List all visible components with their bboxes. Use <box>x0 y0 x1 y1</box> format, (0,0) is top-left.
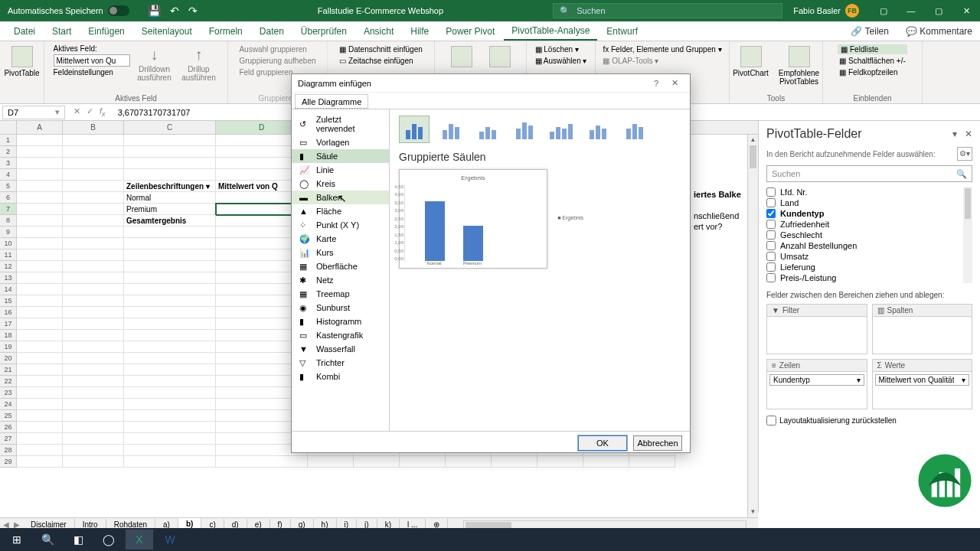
cell[interactable] <box>446 456 492 468</box>
chart-cat-histogramm[interactable]: ▮Histogramm <box>292 315 389 328</box>
row-21[interactable]: 21 <box>0 364 17 376</box>
undo-icon[interactable]: ↶ <box>170 5 179 17</box>
subtype-2[interactable] <box>472 116 503 143</box>
cell[interactable] <box>17 261 63 272</box>
cell[interactable] <box>124 364 216 376</box>
cell[interactable] <box>63 135 124 146</box>
cell[interactable] <box>124 227 216 238</box>
cell[interactable] <box>17 284 63 295</box>
insert-slicer[interactable]: ▦ Datenschnitt einfügen <box>338 44 424 54</box>
cell[interactable] <box>63 295 124 307</box>
tab-überprüfen[interactable]: Überprüfen <box>293 23 354 40</box>
cell[interactable] <box>17 341 63 353</box>
row-17[interactable]: 17 <box>0 318 17 330</box>
ok-button[interactable]: OK <box>578 435 627 451</box>
cell[interactable] <box>63 249 124 261</box>
cell[interactable] <box>124 456 216 468</box>
field-Kundentyp[interactable]: Kundentyp <box>766 208 972 219</box>
row-22[interactable]: 22 <box>0 376 17 387</box>
cell[interactable] <box>63 364 124 376</box>
tab-formeln[interactable]: Formeln <box>201 23 250 40</box>
rows-item[interactable]: Kundentyp▾ <box>769 374 864 386</box>
tab-seitenlayout[interactable]: Seitenlayout <box>134 23 200 40</box>
fx-icon[interactable]: fx <box>100 106 106 118</box>
cell[interactable] <box>63 146 124 158</box>
chart-cat-treemap[interactable]: ▦Treemap <box>292 287 389 301</box>
cell[interactable] <box>17 399 63 410</box>
fieldpane-gear-icon[interactable]: ⚙▾ <box>957 147 972 161</box>
redo-icon[interactable]: ↷ <box>188 5 198 17</box>
chart-cat-netz[interactable]: ✱Netz <box>292 273 389 287</box>
cell[interactable] <box>63 204 124 215</box>
fieldpane-search[interactable]: Suchen🔍 <box>766 165 972 182</box>
chart-cat-kombi[interactable]: ▮Kombi <box>292 370 389 383</box>
clear-button[interactable]: ▦ Löschen ▾ <box>534 44 589 54</box>
filter-area[interactable]: ▼ Filter <box>766 304 867 354</box>
subtype-1[interactable] <box>436 116 466 143</box>
cell[interactable] <box>583 456 629 468</box>
col-C[interactable]: C <box>124 121 216 134</box>
field-Land[interactable]: Land <box>766 197 972 208</box>
word-taskbar-icon[interactable]: W <box>156 530 184 549</box>
row-25[interactable]: 25 <box>0 410 17 422</box>
row-27[interactable]: 27 <box>0 433 17 445</box>
row-20[interactable]: 20 <box>0 353 17 364</box>
row-5[interactable]: 5 <box>0 181 17 192</box>
row-24[interactable]: 24 <box>0 399 17 410</box>
fieldlist-button[interactable]: ▦ Feldliste <box>838 44 907 54</box>
cell[interactable] <box>124 261 216 272</box>
col-B[interactable]: B <box>63 121 124 134</box>
cell[interactable] <box>17 227 63 238</box>
cell[interactable]: Zeilenbeschriftungen ▾ <box>124 181 216 192</box>
chart-cat-balken[interactable]: ▬Balken <box>292 191 389 204</box>
cell[interactable] <box>17 387 63 399</box>
excel-taskbar-icon[interactable]: X <box>126 530 153 549</box>
cell[interactable] <box>124 158 216 169</box>
change-source-button[interactable] <box>483 44 517 69</box>
chart-cat-sule[interactable]: ▮Säule <box>292 149 389 163</box>
share-button[interactable]: 🔗 Teilen <box>843 23 896 40</box>
row-3[interactable]: 3 <box>0 158 17 169</box>
minimize-icon[interactable]: — <box>897 0 925 21</box>
cell[interactable] <box>629 456 675 468</box>
cell[interactable] <box>63 169 124 181</box>
cell[interactable] <box>63 318 124 330</box>
chart-preview[interactable]: Ergebnis 4,504,003,503,002,502,001,501,0… <box>399 169 547 269</box>
tab-hilfe[interactable]: Hilfe <box>403 23 436 40</box>
row-14[interactable]: 14 <box>0 284 17 295</box>
dialog-close-icon[interactable]: ✕ <box>665 78 684 88</box>
cell[interactable] <box>63 387 124 399</box>
row-7[interactable]: 7 <box>0 204 17 215</box>
row-12[interactable]: 12 <box>0 261 17 272</box>
field-Lieferung[interactable]: Lieferung <box>766 262 972 272</box>
tab-all-charts[interactable]: Alle Diagramme <box>295 94 368 109</box>
col-A[interactable]: A <box>17 121 63 134</box>
cell[interactable] <box>63 376 124 387</box>
cell[interactable] <box>17 318 63 330</box>
cell[interactable] <box>63 272 124 284</box>
tab-pivottable-analyse[interactable]: PivotTable-Analyse <box>504 22 597 41</box>
name-box[interactable]: D7▾ <box>2 106 65 119</box>
cell[interactable] <box>63 181 124 192</box>
row-10[interactable]: 10 <box>0 238 17 249</box>
chart-cat-kurs[interactable]: 📊Kurs <box>292 246 389 259</box>
row-11[interactable]: 11 <box>0 249 17 261</box>
cell[interactable] <box>124 399 216 410</box>
cell[interactable] <box>17 445 63 456</box>
select-button[interactable]: ▦ Auswählen ▾ <box>534 56 589 66</box>
row-26[interactable]: 26 <box>0 422 17 433</box>
tab-entwurf[interactable]: Entwurf <box>599 23 645 40</box>
row-1[interactable]: 1 <box>0 135 17 146</box>
cell[interactable] <box>124 376 216 387</box>
save-icon[interactable]: 💾 <box>148 5 161 17</box>
cell[interactable] <box>17 181 63 192</box>
cell[interactable] <box>17 215 63 227</box>
cell[interactable] <box>63 410 124 422</box>
row-8[interactable]: 8 <box>0 215 17 227</box>
cell[interactable] <box>124 295 216 307</box>
close-icon[interactable]: ✕ <box>952 0 980 21</box>
cell[interactable] <box>63 158 124 169</box>
insert-timeline[interactable]: ▭ Zeitachse einfügen <box>338 56 424 66</box>
taskview-icon[interactable]: ◧ <box>64 530 92 549</box>
cell[interactable] <box>216 456 308 468</box>
